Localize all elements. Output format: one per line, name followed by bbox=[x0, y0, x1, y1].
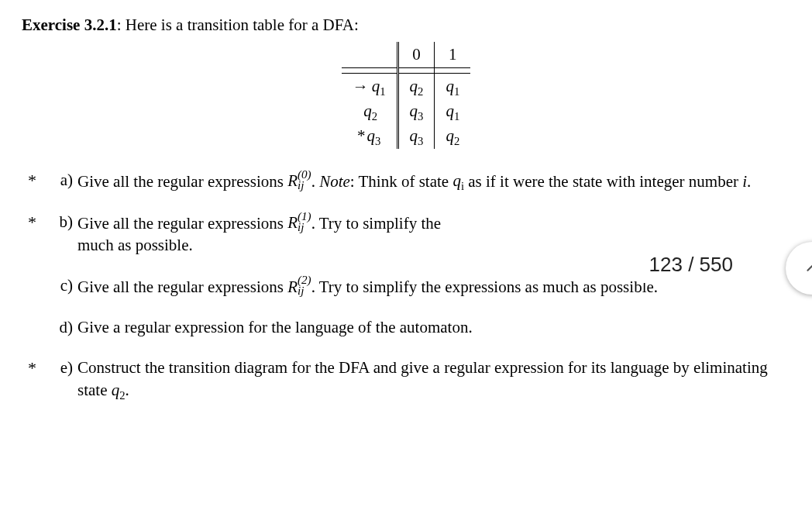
item-marker: d) bbox=[45, 316, 73, 338]
start-arrow-icon: → bbox=[353, 77, 372, 95]
page-indicator[interactable]: 123 / 550 bbox=[638, 247, 744, 283]
document-page: Exercise 3.2.1: Here is a transition tab… bbox=[0, 0, 812, 401]
exercise-heading: Exercise 3.2.1: Here is a transition tab… bbox=[22, 14, 790, 36]
list-item: * e) Construct the transition diagram fo… bbox=[45, 357, 790, 401]
R-expression: R(1)ij bbox=[287, 213, 311, 232]
transition-table: 0 1 →q1 q2 q1 q2 q3 q1 *q3 q3 q2 bbox=[342, 42, 471, 148]
answer-asterisk-icon: * bbox=[28, 357, 36, 380]
exercise-intro: Here is a transition table for a DFA: bbox=[122, 16, 359, 34]
table-header-row: 0 1 bbox=[342, 42, 471, 67]
table-row: *q3 q3 q2 bbox=[342, 123, 471, 148]
state-variable: q2 bbox=[112, 381, 126, 399]
accepting-star-icon: * bbox=[357, 126, 367, 145]
exercise-label: Exercise 3.2.1 bbox=[22, 16, 117, 34]
th-input-0: 0 bbox=[397, 42, 435, 67]
list-item: d) Give a regular expression for the lan… bbox=[45, 316, 790, 338]
exercise-items: * a) Give all the regular expressions R(… bbox=[22, 169, 790, 401]
th-blank bbox=[342, 42, 397, 67]
item-marker: b) bbox=[45, 211, 73, 233]
table-row: q2 q3 q1 bbox=[342, 98, 471, 123]
list-item: * a) Give all the regular expressions R(… bbox=[45, 169, 790, 192]
th-input-1: 1 bbox=[435, 42, 470, 67]
table-row: →q1 q2 q1 bbox=[342, 73, 471, 98]
answer-asterisk-icon: * bbox=[28, 211, 36, 234]
answer-asterisk-icon: * bbox=[28, 169, 36, 192]
R-expression: R(2)ij bbox=[287, 278, 311, 296]
transition-table-wrap: 0 1 →q1 q2 q1 q2 q3 q1 *q3 q3 q2 bbox=[22, 42, 790, 148]
item-marker: c) bbox=[45, 274, 73, 296]
R-expression: R(0)ij bbox=[287, 171, 311, 190]
item-marker: e) bbox=[45, 357, 73, 378]
chevron-up-icon bbox=[803, 260, 812, 277]
item-marker: a) bbox=[45, 169, 73, 191]
state-variable: qi bbox=[452, 171, 464, 190]
